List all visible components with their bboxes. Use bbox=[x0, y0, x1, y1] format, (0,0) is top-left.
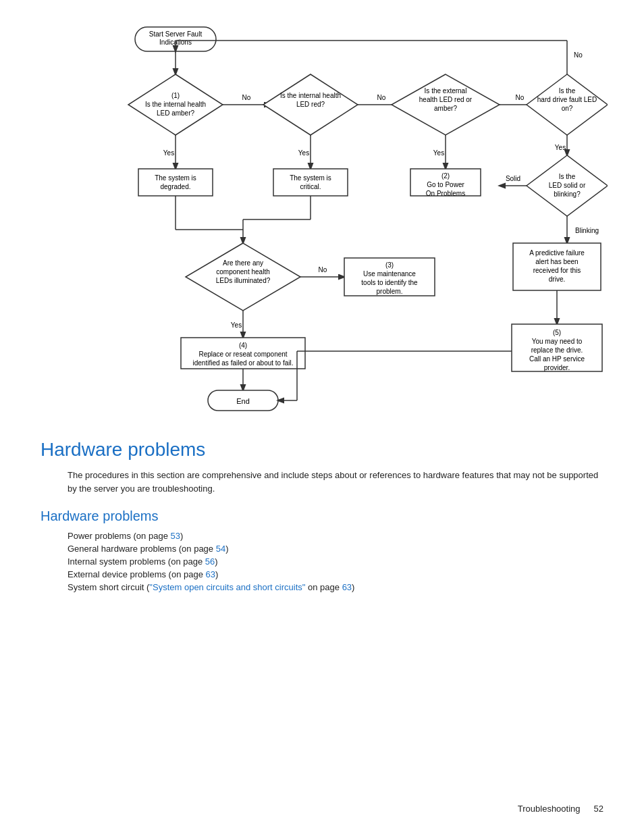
main-title: Hardware problems bbox=[41, 439, 603, 461]
svg-text:Blinking: Blinking bbox=[575, 227, 599, 234]
svg-text:Are there any: Are there any bbox=[223, 259, 263, 267]
svg-text:Go to Power: Go to Power bbox=[427, 181, 464, 188]
svg-text:LED red?: LED red? bbox=[296, 101, 325, 108]
page-footer: Troubleshooting 52 bbox=[518, 804, 603, 814]
svg-text:On Problems: On Problems bbox=[426, 190, 465, 197]
list-item: External device problems (on page 63) bbox=[68, 569, 603, 579]
svg-text:Yes: Yes bbox=[433, 149, 444, 157]
svg-text:No: No bbox=[242, 94, 251, 101]
svg-text:Is the internal health: Is the internal health bbox=[145, 101, 206, 108]
toc-link-power[interactable]: 53 bbox=[170, 531, 180, 541]
svg-text:(5): (5) bbox=[553, 329, 561, 336]
svg-text:The system is: The system is bbox=[155, 174, 196, 182]
svg-text:blinking?: blinking? bbox=[554, 190, 581, 198]
svg-text:replace the drive.: replace the drive. bbox=[531, 346, 583, 354]
svg-text:Solid: Solid bbox=[506, 175, 520, 182]
svg-text:Use maintenance: Use maintenance bbox=[363, 270, 416, 278]
svg-text:Is the: Is the bbox=[559, 87, 576, 95]
list-item: General hardware problems (on page 54) bbox=[68, 544, 603, 554]
sub-title: Hardware problems bbox=[41, 509, 603, 524]
svg-text:(4): (4) bbox=[239, 342, 247, 349]
svg-text:Is the external: Is the external bbox=[425, 87, 467, 95]
svg-text:You may need to: You may need to bbox=[532, 338, 583, 345]
svg-text:(3): (3) bbox=[385, 261, 394, 269]
svg-text:health LED red or: health LED red or bbox=[419, 96, 473, 103]
svg-text:LED solid or: LED solid or bbox=[549, 182, 586, 189]
svg-text:Is the: Is the bbox=[559, 173, 576, 180]
svg-rect-22 bbox=[273, 169, 348, 196]
toc-link-short-circuit[interactable]: "System open circuits and short circuits… bbox=[149, 582, 305, 592]
toc-link-internal[interactable]: 56 bbox=[205, 556, 215, 567]
toc-link-external[interactable]: 63 bbox=[206, 569, 215, 579]
svg-text:problem.: problem. bbox=[377, 288, 403, 295]
svg-text:drive.: drive. bbox=[549, 276, 565, 283]
footer-page: 52 bbox=[594, 804, 603, 814]
svg-text:alert has been: alert has been bbox=[535, 258, 578, 265]
svg-text:(2): (2) bbox=[441, 172, 450, 180]
svg-text:LED amber?: LED amber? bbox=[157, 109, 195, 117]
svg-text:Yes: Yes bbox=[555, 144, 566, 151]
svg-text:Replace or reseat component: Replace or reseat component bbox=[198, 350, 287, 358]
svg-text:Start Server Fault: Start Server Fault bbox=[149, 30, 203, 38]
svg-text:received for this: received for this bbox=[533, 267, 581, 274]
svg-text:identified as failed or about : identified as failed or about to fail. bbox=[193, 359, 294, 367]
svg-text:amber?: amber? bbox=[434, 105, 457, 112]
svg-rect-12 bbox=[138, 169, 213, 196]
toc-list: Power problems (on page 53) General hard… bbox=[68, 531, 603, 592]
svg-text:Yes: Yes bbox=[231, 321, 242, 329]
flowchart-diagram: Start Server Fault Indications (1) Is th… bbox=[41, 20, 608, 419]
svg-text:No: No bbox=[516, 94, 525, 101]
svg-text:End: End bbox=[236, 397, 250, 405]
svg-text:provider.: provider. bbox=[544, 364, 570, 371]
intro-paragraph: The procedures in this section are compr… bbox=[68, 469, 603, 495]
svg-text:No: No bbox=[377, 94, 386, 101]
toc-link-general[interactable]: 54 bbox=[216, 544, 225, 554]
svg-text:hard drive fault LED: hard drive fault LED bbox=[537, 96, 597, 103]
svg-text:LEDs illuminated?: LEDs illuminated? bbox=[216, 277, 271, 284]
svg-text:Yes: Yes bbox=[298, 149, 309, 157]
list-item: System short circuit ("System open circu… bbox=[68, 582, 603, 592]
svg-text:(1): (1) bbox=[171, 92, 180, 99]
footer-label: Troubleshooting bbox=[518, 804, 581, 814]
svg-text:A predictive failure: A predictive failure bbox=[529, 249, 585, 257]
svg-text:The system is: The system is bbox=[290, 174, 331, 182]
svg-text:degraded.: degraded. bbox=[160, 183, 190, 190]
list-item: Power problems (on page 53) bbox=[68, 531, 603, 541]
svg-text:Yes: Yes bbox=[163, 149, 174, 157]
svg-text:critical.: critical. bbox=[300, 183, 321, 190]
svg-text:component health: component health bbox=[216, 268, 270, 276]
svg-text:Call an HP service: Call an HP service bbox=[529, 355, 585, 363]
list-item: Internal system problems (on page 56) bbox=[68, 556, 603, 567]
svg-text:on?: on? bbox=[562, 105, 573, 112]
svg-text:tools to identify the: tools to identify the bbox=[361, 279, 418, 286]
svg-text:Is the internal health: Is the internal health bbox=[280, 92, 341, 99]
svg-text:No: No bbox=[574, 51, 583, 59]
toc-link-short-circuit-page[interactable]: 63 bbox=[342, 582, 352, 592]
svg-text:No: No bbox=[319, 266, 327, 273]
